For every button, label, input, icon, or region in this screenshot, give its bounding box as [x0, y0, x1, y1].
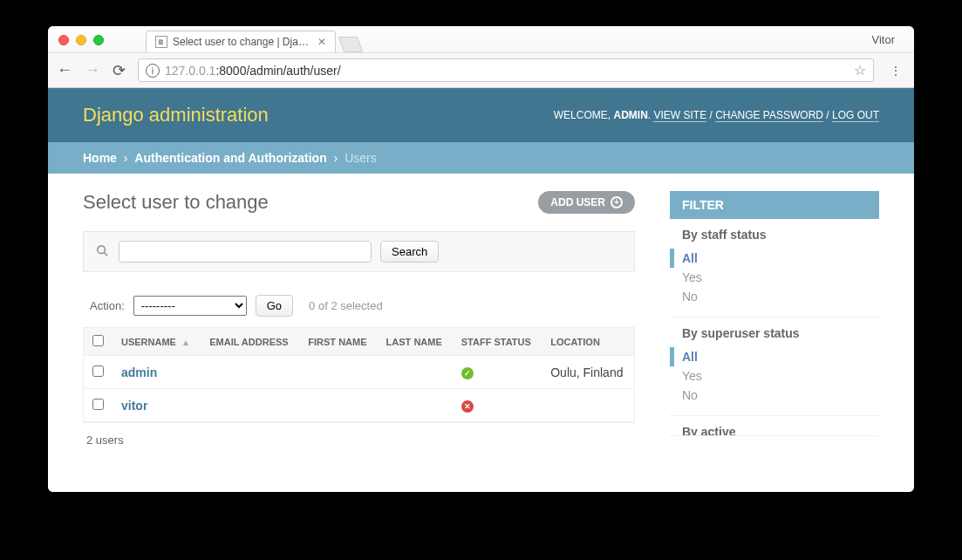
url-text: 127.0.0.1:8000/admin/auth/user/	[165, 64, 849, 78]
view-site-link[interactable]: VIEW SITE	[653, 109, 706, 122]
selection-count: 0 of 2 selected	[309, 299, 383, 312]
filter-option-link[interactable]: All	[682, 251, 698, 265]
svg-line-1	[105, 253, 108, 256]
address-bar[interactable]: i 127.0.0.1:8000/admin/auth/user/ ☆	[138, 58, 874, 82]
status-no-icon: ✕	[461, 400, 474, 413]
filter-sidebar: FILTER By staff statusAllYesNoBy superus…	[670, 191, 879, 457]
bulk-actions: Action: --------- Go 0 of 2 selected	[83, 290, 635, 322]
page-header: Select user to change ADD USER +	[83, 191, 635, 214]
col-last-name[interactable]: LAST NAME	[378, 328, 453, 356]
forward-button: →	[85, 61, 100, 79]
page-title: Select user to change	[83, 191, 269, 214]
filter-option-link[interactable]: Yes	[682, 369, 702, 383]
window-maximize-icon[interactable]	[93, 35, 104, 45]
row-select-checkbox[interactable]	[92, 399, 104, 410]
bookmark-star-icon[interactable]: ☆	[854, 62, 866, 79]
last-name-cell	[378, 356, 453, 389]
filter-option[interactable]: No	[682, 386, 867, 405]
browser-chrome: Vitor 🗎 Select user to change | Django ✕…	[48, 26, 914, 88]
col-username[interactable]: USERNAME▲	[113, 328, 201, 356]
search-input[interactable]	[119, 241, 372, 263]
filter-heading: By superuser status	[682, 326, 867, 340]
filter-option[interactable]: All	[670, 347, 867, 366]
filter-option-link[interactable]: No	[682, 290, 698, 304]
filter-option[interactable]: All	[670, 249, 867, 268]
staff-status-cell: ✓	[453, 356, 542, 389]
plus-icon: +	[611, 196, 623, 208]
page-favicon-icon: 🗎	[155, 36, 167, 48]
browser-profile-name[interactable]: Vitor	[872, 33, 904, 46]
browser-tab[interactable]: 🗎 Select user to change | Django ✕	[146, 31, 336, 52]
filter-option-link[interactable]: All	[682, 350, 698, 364]
site-info-icon[interactable]: i	[146, 64, 160, 78]
user-links: WELCOME, ADMIN. VIEW SITE / CHANGE PASSW…	[554, 109, 879, 121]
logout-link[interactable]: LOG OUT	[832, 109, 879, 122]
django-admin-app: Django administration WELCOME, ADMIN. VI…	[48, 88, 914, 492]
browser-menu-icon[interactable]: ⋮	[886, 64, 905, 78]
window-minimize-icon[interactable]	[76, 35, 86, 45]
staff-status-cell: ✕	[453, 389, 542, 422]
first-name-cell	[299, 389, 377, 422]
col-email[interactable]: EMAIL ADDRESS	[201, 328, 299, 356]
action-label: Action:	[90, 299, 125, 312]
table-row: vitor✕	[84, 389, 635, 422]
filter-option[interactable]: No	[682, 287, 867, 306]
svg-point-0	[98, 246, 106, 254]
breadcrumb: Home › Authentication and Authorization …	[48, 142, 914, 174]
add-user-label: ADD USER	[550, 196, 605, 208]
new-tab-button[interactable]	[338, 37, 364, 52]
breadcrumb-section[interactable]: Authentication and Authorization	[134, 151, 326, 165]
filter-group: By superuser statusAllYesNo	[670, 318, 879, 416]
back-button[interactable]: ←	[57, 61, 72, 79]
change-password-link[interactable]: CHANGE PASSWORD	[715, 109, 823, 122]
filter-group: By staff statusAllYesNo	[670, 219, 879, 318]
main-column: Select user to change ADD USER + Search	[83, 191, 635, 457]
search-icon	[94, 244, 110, 259]
col-location[interactable]: LOCATION	[542, 328, 634, 356]
search-button[interactable]: Search	[380, 241, 439, 263]
sort-asc-icon: ▲	[181, 338, 190, 347]
go-button[interactable]: Go	[256, 295, 293, 317]
last-name-cell	[378, 389, 453, 422]
select-all-checkbox[interactable]	[92, 335, 104, 346]
username-link[interactable]: vitor	[121, 399, 147, 413]
app-header: Django administration WELCOME, ADMIN. VI…	[48, 88, 914, 142]
row-select-checkbox[interactable]	[92, 365, 104, 377]
user-table: USERNAME▲ EMAIL ADDRESS FIRST NAME LAST …	[83, 327, 635, 422]
filter-heading: By staff status	[682, 228, 867, 242]
reload-button[interactable]: ⟳	[113, 61, 126, 80]
welcome-text: WELCOME,	[554, 109, 611, 121]
location-cell: Oulu, Finland	[542, 356, 634, 389]
browser-toolbar: ← → ⟳ i 127.0.0.1:8000/admin/auth/user/ …	[48, 52, 914, 87]
window-close-icon[interactable]	[58, 35, 69, 45]
table-row: admin✓Oulu, Finland	[84, 356, 635, 389]
add-user-button[interactable]: ADD USER +	[538, 191, 635, 214]
browser-tabs: 🗎 Select user to change | Django ✕	[48, 31, 914, 52]
status-yes-icon: ✓	[461, 367, 474, 379]
email-cell	[201, 389, 299, 422]
site-title[interactable]: Django administration	[83, 104, 269, 126]
current-user: ADMIN	[613, 109, 647, 121]
search-toolbar: Search	[83, 231, 635, 272]
action-select[interactable]: ---------	[133, 296, 247, 316]
filter-title: FILTER	[670, 191, 879, 219]
filter-option-link[interactable]: Yes	[682, 270, 702, 284]
breadcrumb-home[interactable]: Home	[83, 151, 117, 165]
col-first-name[interactable]: FIRST NAME	[299, 328, 377, 356]
location-cell	[542, 389, 634, 422]
browser-window: Vitor 🗎 Select user to change | Django ✕…	[48, 26, 914, 492]
content: Select user to change ADD USER + Search	[48, 174, 914, 492]
browser-tab-title: Select user to change | Django	[173, 36, 312, 48]
email-cell	[201, 356, 299, 389]
username-link[interactable]: admin	[121, 365, 157, 379]
filter-heading: By active	[682, 425, 867, 436]
close-tab-icon[interactable]: ✕	[317, 36, 326, 48]
filter-option-link[interactable]: No	[682, 388, 698, 402]
filter-option[interactable]: Yes	[682, 366, 867, 386]
col-staff-status[interactable]: STAFF STATUS	[453, 328, 542, 356]
breadcrumb-current: Users	[345, 151, 377, 165]
first-name-cell	[299, 356, 377, 389]
filter-option[interactable]: Yes	[682, 268, 867, 287]
paginator: 2 users	[83, 422, 635, 457]
filter-group: By active	[670, 416, 879, 436]
